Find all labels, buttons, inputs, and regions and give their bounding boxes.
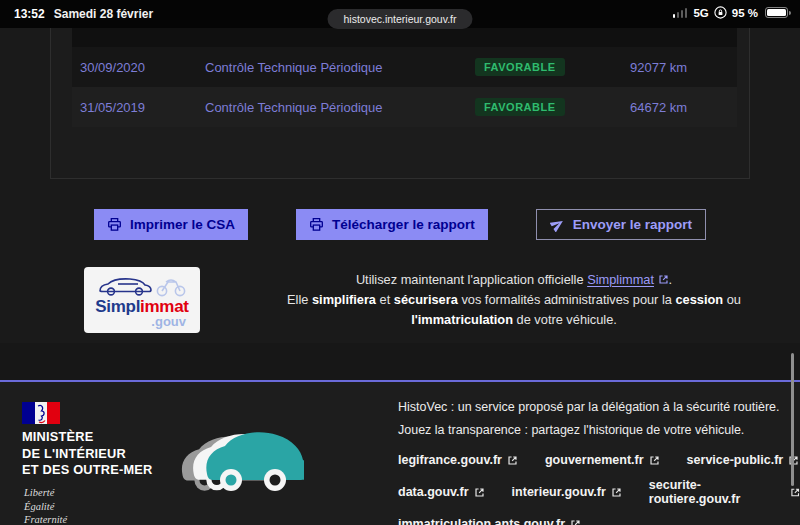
address-bar-pill[interactable]: histovec.interieur.gouv.fr <box>327 9 472 29</box>
status-badge: FAVORABLE <box>475 98 565 116</box>
cell-result: FAVORABLE <box>475 58 630 76</box>
status-left: 13:52 Samedi 28 février <box>14 7 153 21</box>
link-gouvernement[interactable]: gouvernement.fr <box>545 453 660 467</box>
pre-footer-band <box>0 343 800 380</box>
download-report-button[interactable]: Télécharger le rapport <box>296 209 488 240</box>
scrollbar-thumb[interactable] <box>791 353 794 486</box>
car-and-moto-icon <box>96 274 188 298</box>
printer-icon <box>107 217 122 232</box>
screen: 13:52 Samedi 28 février histovec.interie… <box>0 0 800 525</box>
date: Samedi 28 février <box>54 7 153 21</box>
cell-km: 92077 km <box>630 60 737 75</box>
table-row: 31/05/2019 Contrôle Technique Périodique… <box>72 87 737 127</box>
cell-date: 30/09/2020 <box>80 60 205 75</box>
link-immatriculation-ants[interactable]: immatriculation.ants.gouv.fr <box>398 517 581 525</box>
simplimmat-text-prefix: Utilisez maintenant l'application offici… <box>356 272 587 287</box>
link-securite-routiere[interactable]: securite-routiere.gouv.fr <box>649 478 800 506</box>
footer-right-column: HistoVec : un service proposé par la dél… <box>398 396 800 525</box>
print-csa-label: Imprimer le CSA <box>130 217 235 232</box>
download-report-label: Télécharger le rapport <box>332 217 475 232</box>
table-row: 30/09/2020 Contrôle Technique Périodique… <box>72 47 737 87</box>
french-flag-logo <box>22 402 60 424</box>
status-right: 5G 95 % <box>673 6 788 19</box>
link-legifrance[interactable]: legifrance.gouv.fr <box>398 453 518 467</box>
cell-date: 31/05/2019 <box>80 100 205 115</box>
footer: MINISTÈRE DE L'INTÉRIEUR ET DES OUTRE-ME… <box>0 382 800 525</box>
cell-result: FAVORABLE <box>475 98 630 116</box>
battery-percent: 95 % <box>732 7 758 19</box>
link-service-public[interactable]: service-public.fr <box>687 453 800 467</box>
simplimmat-link[interactable]: Simplimmat <box>587 272 654 287</box>
inspections-panel: 30/09/2020 Contrôle Technique Périodique… <box>50 28 750 179</box>
battery-icon <box>765 7 788 18</box>
footer-blurb-1: HistoVec : un service proposé par la dél… <box>398 396 800 419</box>
ministry-title: MINISTÈRE DE L'INTÉRIEUR ET DES OUTRE-ME… <box>22 429 152 479</box>
external-link-icon <box>658 274 669 285</box>
external-link-icon <box>570 519 581 525</box>
link-interieur[interactable]: interieur.gouv.fr <box>512 478 622 506</box>
external-link-icon <box>649 455 660 466</box>
histovec-cars-logo <box>176 424 304 496</box>
marianne-icon <box>35 402 48 424</box>
external-link-icon <box>474 487 485 498</box>
send-report-button[interactable]: Envoyer le rapport <box>536 209 706 240</box>
action-buttons-row: Imprimer le CSA Télécharger le rapport E… <box>0 209 800 240</box>
simplimmat-wordmark: Simplimmat <box>95 298 188 315</box>
orientation-lock-icon <box>714 6 727 19</box>
cell-type: Contrôle Technique Périodique <box>205 100 475 115</box>
link-data-gouv[interactable]: data.gouv.fr <box>398 478 485 506</box>
clock: 13:52 <box>14 7 45 21</box>
ministry-motto: Liberté Égalité Fraternité <box>24 486 67 525</box>
footer-blurb-2: Jouez la transparence : partagez l'histo… <box>398 419 800 442</box>
cell-km: 64672 km <box>630 100 737 115</box>
page-content: 30/09/2020 Contrôle Technique Périodique… <box>0 28 800 525</box>
network-label: 5G <box>693 7 708 19</box>
simplimmat-logo: Simplimmat .gouv <box>84 267 200 333</box>
external-link-icon <box>611 487 622 498</box>
external-link-icon <box>507 455 518 466</box>
external-link-icon <box>790 487 800 498</box>
table-header-cutoff <box>72 28 737 47</box>
print-csa-button[interactable]: Imprimer le CSA <box>94 209 248 240</box>
simplimmat-text: Utilisez maintenant l'application offici… <box>273 270 755 330</box>
signal-icon <box>673 8 688 18</box>
send-icon <box>550 217 565 232</box>
footer-links: legifrance.gouv.fr gouvernement.fr servi… <box>398 453 800 525</box>
cell-type: Contrôle Technique Périodique <box>205 60 475 75</box>
status-bar: 13:52 Samedi 28 février histovec.interie… <box>0 0 800 28</box>
status-badge: FAVORABLE <box>475 58 565 76</box>
send-report-label: Envoyer le rapport <box>573 217 692 232</box>
simplimmat-gouv: .gouv <box>84 315 200 328</box>
printer-icon <box>309 217 324 232</box>
